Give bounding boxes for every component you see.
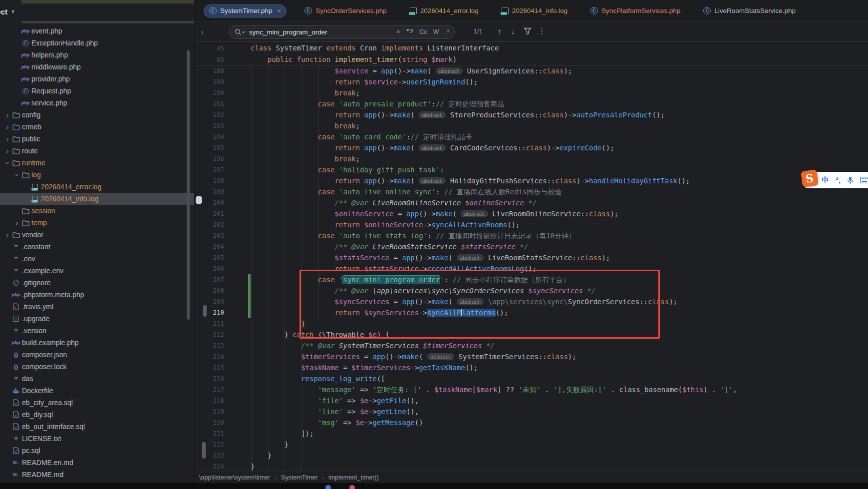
tree-item-Request.php[interactable]: CRequest.php xyxy=(0,85,195,97)
tree-item-temp[interactable]: ›temp xyxy=(0,217,195,229)
tree-item-.upgrade[interactable]: ?.upgrade xyxy=(0,313,195,325)
line-number[interactable]: 202 xyxy=(195,219,231,230)
tree-item-crmeb[interactable]: ›crmeb xyxy=(0,121,195,133)
tree-item-log[interactable]: ›log xyxy=(0,169,195,181)
tree-item-helpers.php[interactable]: phphelpers.php xyxy=(0,49,195,61)
code-line-210[interactable]: 210 return $syncServices->syncAllPlatfor… xyxy=(195,307,868,318)
line-number[interactable]: 215 xyxy=(195,362,231,373)
tree-item-.version[interactable]: ≡.version xyxy=(0,325,195,337)
code-line-190[interactable]: 190 break; xyxy=(195,87,868,98)
code-line-45[interactable]: 45class SystemTimer extends Cron impleme… xyxy=(195,42,868,54)
tab-20260414_info.log[interactable]: 20260414_info.log xyxy=(497,4,573,17)
code-line-215[interactable]: 215 $taskName = $timerServices->getTasKN… xyxy=(195,362,868,373)
line-number[interactable]: 212 xyxy=(195,329,231,340)
line-number[interactable]: 211 xyxy=(195,318,231,329)
search-input[interactable]: sync_mini_program_order × Cc W .* xyxy=(229,25,455,39)
chevron-collapsed-icon[interactable]: › xyxy=(4,111,11,119)
tab-close-icon[interactable]: × xyxy=(278,7,282,14)
tree-item-.example.env[interactable]: ≡.example.env xyxy=(0,265,195,277)
previous-match-button[interactable]: ↑ xyxy=(498,27,502,35)
code-line-207[interactable]: 207 case 'sync_mini_program_order': // 同… xyxy=(195,274,868,285)
line-number[interactable]: 192 xyxy=(195,109,231,120)
line-number[interactable]: 196 xyxy=(195,153,231,164)
taskbar-icon-red[interactable] xyxy=(349,485,355,489)
code-line-196[interactable]: 196 break; xyxy=(195,153,868,164)
code-line-193[interactable]: 193 break; xyxy=(195,120,868,131)
tab-SystemTimer.php[interactable]: CSystemTimer.php× xyxy=(204,4,287,17)
code-line-204[interactable]: 204 /** @var LiveRoomStatsService $stats… xyxy=(195,241,868,252)
line-number[interactable]: 197 xyxy=(195,164,231,175)
tree-item-ExceptionHandle.php[interactable]: CExceptionHandle.php xyxy=(0,37,195,49)
ime-language-toggle[interactable]: 中 xyxy=(822,175,829,185)
sidebar-scrollbar[interactable] xyxy=(187,50,190,320)
code-line-217[interactable]: 217 'message' => '定时任务: [' . $taskName[$… xyxy=(195,384,868,395)
code-line-195[interactable]: 195 return app()->make( abstract: CardCo… xyxy=(195,142,868,153)
line-number[interactable]: 189 xyxy=(195,76,231,87)
tree-item-pc.sql[interactable]: pc.sql xyxy=(0,445,195,457)
line-number[interactable]: 214 xyxy=(195,351,231,362)
tree-item-.constant[interactable]: ≡.constant xyxy=(0,241,195,253)
line-number[interactable]: 194 xyxy=(195,131,231,142)
line-number[interactable]: 219 xyxy=(195,406,231,417)
line-number[interactable]: 221 xyxy=(195,428,231,439)
chevron-collapsed-icon[interactable]: › xyxy=(4,123,11,131)
tree-item-LICENSE.txt[interactable]: ≡LICENSE.txt xyxy=(0,433,195,445)
line-number[interactable]: 193 xyxy=(195,120,231,131)
line-number[interactable]: 222 xyxy=(195,439,231,450)
code-line-194[interactable]: 194 case 'auto_card_code':// 定时清理礼品卡 xyxy=(195,131,868,142)
tree-item-eb_out_interface.sql[interactable]: eb_out_interface.sql xyxy=(0,421,195,433)
tree-item-20260414_error.log[interactable]: LOG20260414_error.log xyxy=(0,181,195,193)
breadcrumb-item[interactable]: SystemTimer xyxy=(281,474,317,481)
chevron-collapsed-icon[interactable]: › xyxy=(4,147,11,155)
code-line-198[interactable]: 198 return app()->make( abstract: Holida… xyxy=(195,175,868,186)
tab-SyncPlatformServices.php[interactable]: CSyncPlatformServices.php xyxy=(585,4,685,17)
tree-item-eb_city_area.sql[interactable]: eb_city_area.sql xyxy=(0,397,195,409)
code-line-221[interactable]: 221 ]); xyxy=(195,428,868,439)
line-number[interactable]: 198 xyxy=(195,175,231,186)
breadcrumb-item[interactable]: implement_timer() xyxy=(328,474,379,481)
tree-item-README.md[interactable]: M↓README.md xyxy=(0,469,195,481)
code-line-205[interactable]: 205 $statsService = app()->make( abstrac… xyxy=(195,252,868,263)
tree-item-public[interactable]: ›public xyxy=(0,133,195,145)
line-number[interactable]: 45 xyxy=(195,42,231,54)
ime-punctuation-toggle[interactable]: °, xyxy=(836,176,841,184)
code-area[interactable]: 188 $service = app()->make( abstract: Us… xyxy=(195,65,868,472)
search-newline-icon[interactable] xyxy=(406,28,414,35)
code-line-201[interactable]: 201 $onlineService = app()->make( abstra… xyxy=(195,208,868,219)
tree-item-build.example.php[interactable]: phpbuild.example.php xyxy=(0,337,195,349)
tree-item-provider.php[interactable]: phpprovider.php xyxy=(0,73,195,85)
code-line-219[interactable]: 219 'line' => $e->getLine(), xyxy=(195,406,868,417)
line-number[interactable]: 201 xyxy=(195,208,231,219)
project-header[interactable]: oject ▾ xyxy=(0,5,14,18)
search-clear-icon[interactable]: × xyxy=(396,28,400,35)
code-line-197[interactable]: 197 case 'holiday_gift_push_task': xyxy=(195,164,868,175)
code-line-223[interactable]: 223 } xyxy=(195,450,868,461)
tree-item-vendor[interactable]: ›vendor xyxy=(0,229,195,241)
sogou-logo-icon[interactable]: S xyxy=(801,169,819,187)
tree-item-20260414_info.log[interactable]: LOG20260414_info.log xyxy=(0,193,195,205)
tree-item-das[interactable]: ≡das xyxy=(0,373,195,385)
code-line-203[interactable]: 203 case 'auto_live_stats_log': // 直播间时段… xyxy=(195,230,868,241)
line-number[interactable]: 208 xyxy=(195,285,231,296)
more-options-icon[interactable]: ⋮ xyxy=(538,26,546,35)
code-line-222[interactable]: 222 } xyxy=(195,439,868,450)
tree-item-.gitignore[interactable]: .gitignore xyxy=(0,277,195,289)
line-number[interactable]: 216 xyxy=(195,373,231,384)
code-line-209[interactable]: 209 $syncServices = app()->make( abstrac… xyxy=(195,296,868,307)
line-number[interactable]: 210 xyxy=(195,307,231,318)
line-number[interactable]: 217 xyxy=(195,384,231,395)
code-line-191[interactable]: 191 case 'auto_presale_product':// 定时处理预… xyxy=(195,98,868,109)
line-number[interactable]: 220 xyxy=(195,417,231,428)
chevron-expanded-icon[interactable]: › xyxy=(4,159,11,166)
chevron-collapsed-icon[interactable]: › xyxy=(13,219,20,227)
code-line-189[interactable]: 189 return $service->userSignRemind(); xyxy=(195,76,868,87)
line-number[interactable]: 85 xyxy=(195,54,231,65)
editor-scrollbar-thumb[interactable] xyxy=(202,442,206,459)
code-line-214[interactable]: 214 $timerServices = app()->make( abstra… xyxy=(195,351,868,362)
code-line-199[interactable]: 199 case 'auto_live_online_sync': // 直播间… xyxy=(195,186,868,197)
line-number[interactable]: 205 xyxy=(195,252,231,263)
tree-item-README.en.md[interactable]: M↓README.en.md xyxy=(0,457,195,469)
line-number[interactable]: 188 xyxy=(195,65,231,76)
code-line-192[interactable]: 192 return app()->make( abstract: StoreP… xyxy=(195,109,868,120)
tree-item-route[interactable]: ›route xyxy=(0,145,195,157)
